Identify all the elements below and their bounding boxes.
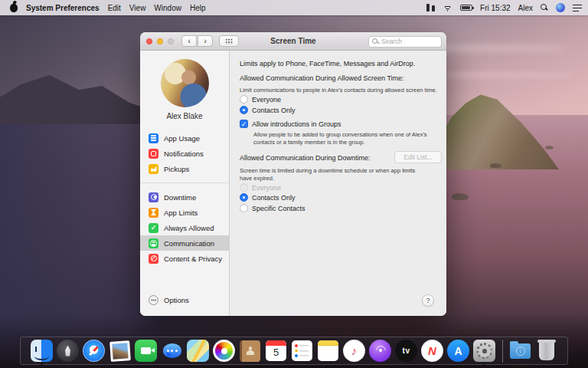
dock-calendar[interactable]: 5 (265, 340, 288, 363)
dock-tv[interactable]: tv (395, 340, 418, 363)
siri-icon[interactable] (556, 3, 565, 12)
help-button[interactable]: ? (422, 294, 434, 307)
radio-selected-icon[interactable] (240, 193, 248, 202)
options-label: Options (164, 296, 189, 304)
sidebar-item-label: Content & Privacy (164, 255, 222, 263)
radio-everyone-screentime[interactable]: Everyone (240, 95, 281, 104)
wallpaper-islet (545, 146, 554, 150)
downtime-heading: Allowed Communication During Downtime: (240, 154, 371, 162)
sidebar-item-content-privacy[interactable]: Content & Privacy (140, 251, 229, 266)
spotlight-search-icon[interactable] (541, 4, 548, 12)
dock-podcasts[interactable] (369, 340, 392, 363)
menu-clock[interactable]: Fri 15:32 (480, 4, 510, 12)
grid-icon (225, 38, 233, 44)
sidebar-item-communication[interactable]: Communication (140, 235, 229, 251)
menu-app-name[interactable]: System Preferences (26, 4, 100, 12)
podcasts-icon (369, 340, 391, 362)
dock-finder[interactable] (31, 340, 54, 363)
show-all-button[interactable] (219, 35, 239, 47)
music-icon: ♪ (343, 340, 365, 362)
wallpaper-islet (490, 163, 501, 168)
dock-safari[interactable] (83, 340, 106, 363)
downloads-folder-icon: ↓ (510, 343, 531, 359)
sidebar-item-app-usage[interactable]: App Usage (140, 130, 229, 146)
app-limits-icon (149, 208, 158, 218)
menu-view[interactable]: View (129, 4, 146, 12)
apple-menu-icon[interactable] (10, 4, 18, 12)
communication-pane: Limits apply to Phone, FaceTime, Message… (230, 51, 446, 316)
sidebar-item-app-limits[interactable]: App Limits (140, 205, 229, 220)
radio-icon[interactable] (240, 95, 248, 104)
search-field[interactable] (368, 36, 442, 48)
menu-user[interactable]: Alex (518, 4, 533, 12)
dock-news[interactable]: N (421, 340, 444, 363)
messages-icon (163, 343, 181, 358)
dock-app-store[interactable]: A (447, 340, 470, 363)
forward-button[interactable]: › (198, 35, 213, 47)
sidebar-item-label: Notifications (164, 150, 204, 158)
dock-facetime[interactable] (135, 340, 158, 363)
dock-maps[interactable] (187, 340, 210, 363)
minimize-button[interactable] (157, 38, 163, 44)
facetime-icon (135, 340, 157, 362)
close-button[interactable] (146, 38, 152, 44)
news-icon: N (421, 340, 443, 362)
dock-launchpad[interactable] (57, 340, 80, 363)
wallpaper-islet (452, 193, 469, 200)
display-status-icon[interactable] (426, 4, 435, 12)
screen-time-window: Screen Time ‹ › Alex Blake App Usage No (140, 32, 446, 316)
menu-bar: System Preferences Edit View Window Help… (0, 0, 588, 15)
sidebar-item-label: Communication (164, 239, 214, 248)
trash-icon (539, 341, 554, 360)
sidebar-item-label: App Usage (164, 134, 200, 143)
dock-system-preferences[interactable] (473, 340, 496, 363)
dock-notes[interactable] (317, 340, 340, 363)
radio-icon[interactable] (240, 204, 248, 212)
options-button[interactable]: Options (149, 295, 189, 305)
window-controls (140, 38, 174, 44)
photos-icon (213, 340, 235, 362)
dock-reminders[interactable] (291, 340, 314, 363)
search-icon (372, 38, 379, 45)
safari-icon (83, 340, 105, 362)
groups-checkbox-row[interactable]: ✓ Allow introductions in Groups (240, 120, 341, 128)
sidebar-item-downtime[interactable]: Downtime (140, 189, 229, 205)
dock-messages[interactable] (161, 340, 184, 363)
menu-edit[interactable]: Edit (108, 4, 121, 12)
sidebar-item-always-allowed[interactable]: ✓ Always Allowed (140, 220, 229, 235)
sidebar-separator (140, 182, 229, 183)
finder-icon (31, 340, 53, 362)
checkbox-checked-icon[interactable]: ✓ (240, 120, 248, 128)
dock-downloads[interactable]: ↓ (509, 340, 532, 363)
dock-mail[interactable] (109, 340, 132, 363)
window-titlebar[interactable]: Screen Time ‹ › (140, 32, 446, 51)
dock-trash[interactable] (535, 340, 558, 363)
back-button[interactable]: ‹ (181, 35, 197, 47)
menu-help[interactable]: Help (190, 4, 206, 12)
dock-contacts[interactable] (239, 340, 262, 363)
radio-selected-icon[interactable] (240, 106, 248, 114)
dock: 5 ♪ tv N A ↓ (20, 337, 568, 365)
battery-icon[interactable] (460, 5, 472, 11)
dock-music[interactable]: ♪ (343, 340, 366, 363)
always-allowed-icon: ✓ (149, 223, 158, 233)
wifi-icon[interactable] (443, 4, 452, 12)
menu-window[interactable]: Window (154, 4, 181, 12)
notification-center-icon[interactable] (573, 5, 582, 12)
sidebar-item-pickups[interactable]: Pickups (140, 161, 229, 176)
downtime-description: Screen time is limited during a downtime… (240, 167, 422, 182)
communication-icon (149, 238, 158, 248)
radio-specific-contacts-downtime[interactable]: Specific Contacts (240, 204, 305, 212)
radio-contacts-only-downtime[interactable]: Contacts Only (240, 193, 296, 202)
options-gear-icon (149, 295, 158, 305)
dock-photos[interactable] (213, 340, 236, 363)
radio-label: Everyone (252, 184, 281, 192)
radio-contacts-only-screentime[interactable]: Contacts Only (240, 106, 296, 114)
notes-icon (318, 340, 338, 361)
radio-everyone-downtime-disabled: Everyone (240, 183, 281, 192)
user-avatar[interactable] (161, 59, 209, 107)
search-input[interactable] (381, 38, 438, 45)
user-name: Alex Blake (140, 112, 229, 120)
checkbox-label: Allow introductions in Groups (252, 120, 341, 128)
sidebar-item-notifications[interactable]: Notifications (140, 146, 229, 161)
